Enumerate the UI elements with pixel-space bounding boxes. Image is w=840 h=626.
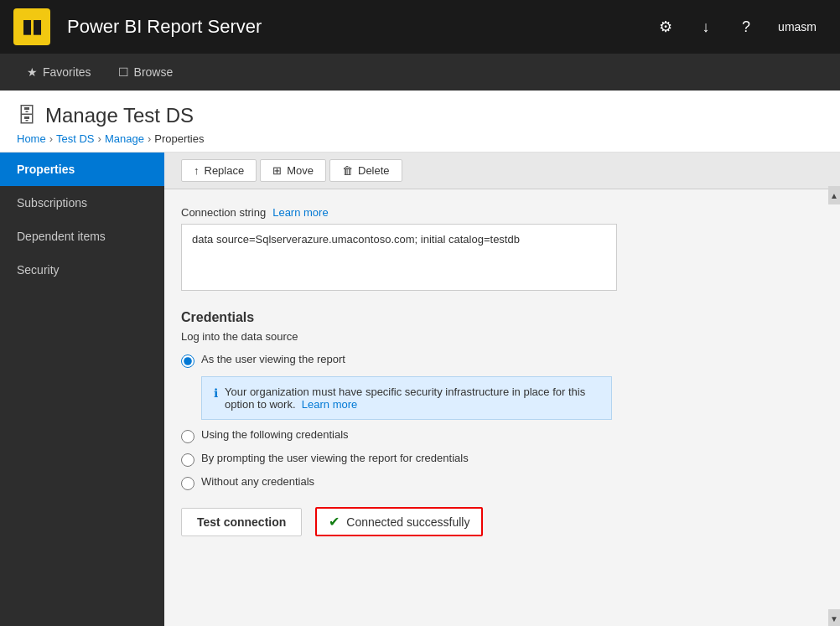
- breadcrumb-sep-3: ›: [148, 132, 151, 145]
- delete-label: Delete: [358, 164, 390, 177]
- delete-button[interactable]: 🗑 Delete: [329, 159, 402, 182]
- page-title: Manage Test DS: [45, 104, 194, 127]
- credentials-section: Credentials Log into the data source As …: [181, 310, 806, 536]
- info-text: Your organization must have specific sec…: [225, 385, 599, 411]
- sidebar-item-properties[interactable]: Properties: [0, 153, 164, 186]
- breadcrumb-manage[interactable]: Manage: [105, 132, 144, 145]
- connection-string-label-row: Connection string Learn more: [181, 206, 806, 219]
- radio-prompting-label[interactable]: By prompting the user viewing the report…: [201, 452, 469, 464]
- logo: ▮▮: [13, 8, 50, 45]
- database-icon: 🗄: [17, 104, 37, 127]
- sub-nav: ★ Favorites ☐ Browse: [0, 54, 840, 91]
- browse-label: Browse: [134, 65, 174, 79]
- star-icon: ★: [27, 65, 38, 79]
- scroll-down-icon: ▼: [830, 614, 838, 623]
- user-button[interactable]: umasm: [768, 8, 827, 45]
- browse-icon: ☐: [118, 65, 129, 79]
- radio-user-viewing[interactable]: [181, 354, 194, 368]
- radio-no-credentials[interactable]: [181, 477, 194, 490]
- replace-icon: ↑: [194, 164, 200, 177]
- info-learn-more-link[interactable]: Learn more: [302, 398, 357, 411]
- connection-string-learn-more[interactable]: Learn more: [272, 206, 328, 219]
- sidebar-item-subscriptions[interactable]: Subscriptions: [0, 186, 164, 220]
- page-header: 🗄 Manage Test DS Home › Test DS › Manage…: [0, 91, 840, 153]
- delete-icon: 🗑: [342, 164, 353, 177]
- credentials-title: Credentials: [181, 310, 806, 325]
- browse-button[interactable]: ☐ Browse: [105, 54, 187, 91]
- scroll-up-button[interactable]: ▲: [828, 186, 840, 204]
- help-button[interactable]: ?: [728, 8, 765, 45]
- radio-following-credentials[interactable]: [181, 430, 194, 443]
- breadcrumb: Home › Test DS › Manage › Properties: [17, 132, 823, 145]
- favorites-button[interactable]: ★ Favorites: [13, 54, 105, 91]
- radio-following-credentials-label[interactable]: Using the following credentials: [201, 428, 349, 441]
- success-check-icon: ✔: [329, 514, 340, 530]
- move-button[interactable]: ⊞ Move: [260, 159, 326, 182]
- favorites-label: Favorites: [43, 65, 91, 79]
- breadcrumb-sep-2: ›: [98, 132, 101, 145]
- top-nav: ▮▮ Power BI Report Server ⚙ ↓ ? umasm: [0, 0, 840, 54]
- breadcrumb-current: Properties: [154, 132, 204, 145]
- sidebar: Properties Subscriptions Dependent items…: [0, 153, 164, 626]
- radio-option-prompting: By prompting the user viewing the report…: [181, 452, 806, 467]
- breadcrumb-testds[interactable]: Test DS: [56, 132, 95, 145]
- sidebar-item-dependent-items[interactable]: Dependent items: [0, 220, 164, 253]
- radio-option-following-credentials: Using the following credentials: [181, 428, 806, 443]
- scroll-down-button[interactable]: ▼: [828, 609, 840, 626]
- radio-option-no-credentials: Without any credentials: [181, 475, 806, 490]
- connection-string-label: Connection string: [181, 206, 266, 219]
- radio-prompting[interactable]: [181, 453, 194, 467]
- credentials-subtitle: Log into the data source: [181, 330, 806, 343]
- breadcrumb-home[interactable]: Home: [17, 132, 46, 145]
- test-connection-button[interactable]: Test connection: [181, 508, 302, 536]
- sidebar-item-security[interactable]: Security: [0, 253, 164, 287]
- properties-content: Connection string Learn more data source…: [164, 189, 840, 570]
- app-title: Power BI Report Server: [67, 16, 637, 38]
- radio-no-credentials-label[interactable]: Without any credentials: [201, 475, 314, 488]
- scroll-up-icon: ▲: [830, 191, 838, 200]
- replace-button[interactable]: ↑ Replace: [181, 159, 257, 182]
- radio-option-user-viewing: As the user viewing the report: [181, 353, 806, 368]
- breadcrumb-sep-1: ›: [49, 132, 53, 145]
- test-connection-area: Test connection ✔ Connected successfully: [181, 507, 806, 536]
- connection-string-section: Connection string Learn more data source…: [181, 206, 806, 293]
- info-icon: ℹ: [214, 386, 218, 400]
- main-layout: Properties Subscriptions Dependent items…: [0, 153, 840, 626]
- content-area: ↑ Replace ⊞ Move 🗑 Delete ▲ Connection s…: [164, 153, 840, 626]
- replace-label: Replace: [205, 164, 245, 177]
- move-icon: ⊞: [272, 164, 282, 177]
- connected-successfully-badge: ✔ Connected successfully: [315, 507, 483, 536]
- nav-icons: ⚙ ↓ ? umasm: [647, 8, 827, 45]
- download-button[interactable]: ↓: [687, 8, 724, 45]
- connected-successfully-text: Connected successfully: [346, 515, 469, 529]
- logo-icon: ▮▮: [22, 16, 42, 38]
- info-box: ℹ Your organization must have specific s…: [201, 376, 612, 420]
- connection-string-input[interactable]: data source=Sqlserverazure.umacontoso.co…: [181, 224, 617, 291]
- move-label: Move: [287, 164, 314, 177]
- toolbar: ↑ Replace ⊞ Move 🗑 Delete: [164, 153, 840, 189]
- radio-user-viewing-label[interactable]: As the user viewing the report: [201, 353, 345, 365]
- settings-button[interactable]: ⚙: [647, 8, 684, 45]
